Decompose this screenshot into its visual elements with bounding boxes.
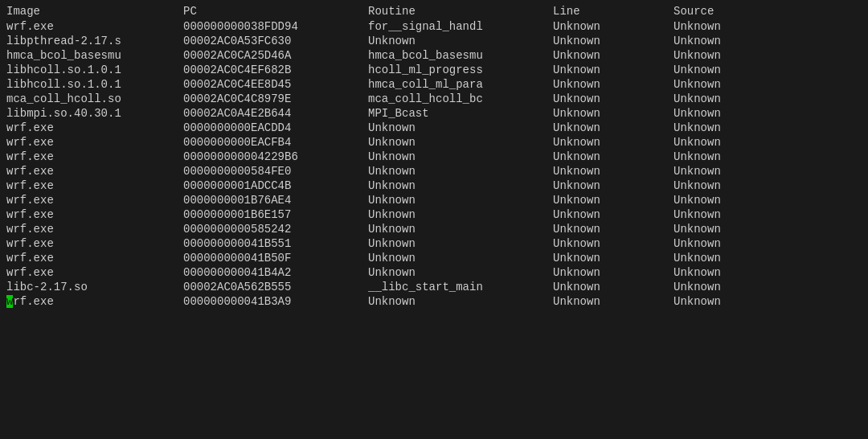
cell-routine: Unknown xyxy=(368,223,553,236)
cell-source: Unknown xyxy=(674,237,794,250)
cell-pc: 000000000004229B6 xyxy=(183,150,368,163)
table-row: wrf.exe000000000041B4A2UnknownUnknownUnk… xyxy=(6,265,862,280)
cell-image: wrf.exe xyxy=(6,121,183,134)
cell-source: Unknown xyxy=(674,20,794,33)
cell-line: Unknown xyxy=(553,20,674,33)
cell-image: wrf.exe xyxy=(6,150,183,163)
table-row: wrf.exe0000000000EACDD4UnknownUnknownUnk… xyxy=(6,121,862,135)
cell-image: libpthread-2.17.s xyxy=(6,35,183,47)
cell-source: Unknown xyxy=(674,78,794,91)
table-row: mca_coll_hcoll.so00002AC0C4C8979Emca_col… xyxy=(6,92,862,106)
cell-routine: Unknown xyxy=(368,252,553,265)
cell-pc: 0000000000585242 xyxy=(183,223,368,236)
cell-source: Unknown xyxy=(674,121,794,134)
header-line: Line xyxy=(553,5,674,18)
cell-line: Unknown xyxy=(553,136,674,149)
cell-image: libc-2.17.so xyxy=(6,281,183,293)
cell-source: Unknown xyxy=(674,295,794,308)
cell-routine: Unknown xyxy=(368,136,553,149)
cell-routine: Unknown xyxy=(368,295,553,308)
cell-image: libhcoll.so.1.0.1 xyxy=(6,64,183,76)
cell-image: wrf.exe xyxy=(6,223,183,236)
cell-image: wrf.exe xyxy=(6,266,183,279)
cell-line: Unknown xyxy=(553,223,674,236)
cell-pc: 0000000001ADCC4B xyxy=(183,179,368,192)
table-row: libmpi.so.40.30.100002AC0A4E2B644MPI_Bca… xyxy=(6,106,862,121)
table-row: libpthread-2.17.s00002AC0A53FC630Unknown… xyxy=(6,34,862,48)
cell-line: Unknown xyxy=(553,92,674,105)
cell-source: Unknown xyxy=(674,107,794,120)
cell-pc: 00002AC0C4EE8D45 xyxy=(183,78,368,91)
cell-pc: 00002AC0A562B555 xyxy=(183,281,368,293)
cell-pc: 0000000001B76AE4 xyxy=(183,194,368,207)
cell-line: Unknown xyxy=(553,194,674,207)
table-row: wrf.exe000000000004229B6UnknownUnknownUn… xyxy=(6,150,862,164)
terminal-window: Image PC Routine Line Source wrf.exe0000… xyxy=(0,0,868,439)
cell-routine: Unknown xyxy=(368,266,553,279)
header-routine: Routine xyxy=(368,5,553,18)
cell-source: Unknown xyxy=(674,165,794,178)
table-row: wrf.exe0000000001B76AE4UnknownUnknownUnk… xyxy=(6,193,862,207)
cell-routine: Unknown xyxy=(368,237,553,250)
cell-source: Unknown xyxy=(674,194,794,207)
cell-line: Unknown xyxy=(553,35,674,47)
cell-line: Unknown xyxy=(553,281,674,293)
header-image: Image xyxy=(6,5,183,18)
cell-line: Unknown xyxy=(553,179,674,192)
cell-image: wrf.exe xyxy=(6,136,183,149)
cell-source: Unknown xyxy=(674,179,794,192)
cell-line: Unknown xyxy=(553,266,674,279)
cell-image: wrf.exe xyxy=(6,179,183,192)
cell-routine: Unknown xyxy=(368,121,553,134)
cell-pc: 000000000041B3A9 xyxy=(183,295,368,308)
cell-line: Unknown xyxy=(553,295,674,308)
cell-pc: 000000000038FDD94 xyxy=(183,20,368,33)
cell-source: Unknown xyxy=(674,136,794,149)
cell-pc: 0000000000584FE0 xyxy=(183,165,368,178)
cell-image: libmpi.so.40.30.1 xyxy=(6,107,183,120)
cursor-indicator: w xyxy=(6,295,13,308)
cell-source: Unknown xyxy=(674,150,794,163)
header-pc: PC xyxy=(183,5,368,18)
cell-pc: 00002AC0CA25D46A xyxy=(183,49,368,62)
cell-pc: 0000000000EACFB4 xyxy=(183,136,368,149)
cell-routine: Unknown xyxy=(368,35,553,47)
cell-image: wrf.exe xyxy=(6,194,183,207)
cell-source: Unknown xyxy=(674,266,794,279)
cell-routine: hmca_bcol_basesmu xyxy=(368,49,553,62)
table-header: Image PC Routine Line Source xyxy=(6,3,862,19)
cell-source: Unknown xyxy=(674,92,794,105)
cell-source: Unknown xyxy=(674,35,794,47)
cell-source: Unknown xyxy=(674,281,794,293)
cell-source: Unknown xyxy=(674,252,794,265)
cell-pc: 00002AC0C4EF682B xyxy=(183,64,368,76)
cell-routine: Unknown xyxy=(368,150,553,163)
cell-routine: MPI_Bcast xyxy=(368,107,553,120)
cell-image: wrf.exe xyxy=(6,237,183,250)
cell-line: Unknown xyxy=(553,237,674,250)
cell-image: wrf.exe xyxy=(6,208,183,221)
cell-pc: 000000000041B50F xyxy=(183,252,368,265)
cell-routine: Unknown xyxy=(368,179,553,192)
cell-image: wrf.exe xyxy=(6,20,183,33)
cell-routine: hmca_coll_ml_para xyxy=(368,78,553,91)
cell-image: hmca_bcol_basesmu xyxy=(6,49,183,62)
table-row: wrf.exe0000000000585242UnknownUnknownUnk… xyxy=(6,222,862,236)
cell-source: Unknown xyxy=(674,64,794,76)
cell-image: libhcoll.so.1.0.1 xyxy=(6,78,183,91)
cell-routine: __libc_start_main xyxy=(368,281,553,293)
table-row: libc-2.17.so00002AC0A562B555__libc_start… xyxy=(6,280,862,294)
table-row: wrf.exe000000000041B551UnknownUnknownUnk… xyxy=(6,236,862,251)
header-source: Source xyxy=(674,5,794,18)
table-row: hmca_bcol_basesmu00002AC0CA25D46Ahmca_bc… xyxy=(6,48,862,63)
cell-line: Unknown xyxy=(553,64,674,76)
cell-source: Unknown xyxy=(674,49,794,62)
table-row: wrf.exe000000000038FDD94for__signal_hand… xyxy=(6,19,862,34)
cell-pc: 0000000001B6E157 xyxy=(183,208,368,221)
cell-routine: Unknown xyxy=(368,208,553,221)
cell-routine: Unknown xyxy=(368,165,553,178)
cell-pc: 00002AC0A4E2B644 xyxy=(183,107,368,120)
table-row: wrf.exe0000000001ADCC4BUnknownUnknownUnk… xyxy=(6,178,862,193)
cell-line: Unknown xyxy=(553,165,674,178)
cell-pc: 000000000041B551 xyxy=(183,237,368,250)
